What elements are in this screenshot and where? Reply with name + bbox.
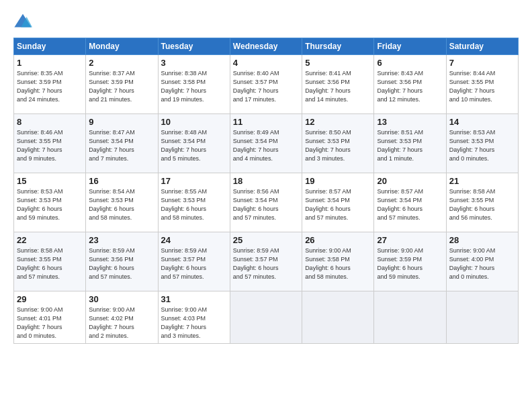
day-info: Sunrise: 8:58 AM Sunset: 3:55 PM Dayligh… — [17, 246, 83, 281]
day-info: Sunrise: 8:57 AM Sunset: 3:54 PM Dayligh… — [305, 187, 371, 222]
day-number: 25 — [233, 235, 299, 245]
day-number: 19 — [305, 176, 371, 186]
day-info: Sunrise: 8:40 AM Sunset: 3:57 PM Dayligh… — [233, 69, 299, 104]
day-number: 29 — [17, 294, 83, 304]
day-info: Sunrise: 8:53 AM Sunset: 3:53 PM Dayligh… — [449, 128, 515, 163]
calendar-cell: 15Sunrise: 8:53 AM Sunset: 3:53 PM Dayli… — [14, 173, 86, 232]
calendar-cell: 28Sunrise: 9:00 AM Sunset: 4:00 PM Dayli… — [446, 232, 518, 291]
day-info: Sunrise: 9:00 AM Sunset: 4:02 PM Dayligh… — [89, 306, 154, 340]
day-number: 15 — [17, 176, 83, 186]
logo — [13, 12, 35, 31]
calendar-cell: 6Sunrise: 8:43 AM Sunset: 3:56 PM Daylig… — [374, 55, 446, 114]
day-info: Sunrise: 8:56 AM Sunset: 3:54 PM Dayligh… — [233, 187, 299, 222]
day-info: Sunrise: 9:00 AM Sunset: 4:00 PM Dayligh… — [449, 246, 515, 281]
calendar-cell: 19Sunrise: 8:57 AM Sunset: 3:54 PM Dayli… — [302, 173, 374, 232]
calendar-day-header: Wednesday — [230, 38, 302, 55]
calendar-cell — [446, 291, 518, 344]
header — [13, 12, 519, 31]
day-number: 31 — [161, 294, 227, 304]
day-info: Sunrise: 8:59 AM Sunset: 3:57 PM Dayligh… — [161, 246, 227, 281]
calendar-cell: 8Sunrise: 8:46 AM Sunset: 3:55 PM Daylig… — [14, 114, 86, 173]
day-info: Sunrise: 8:57 AM Sunset: 3:54 PM Dayligh… — [377, 187, 443, 222]
day-info: Sunrise: 9:00 AM Sunset: 3:59 PM Dayligh… — [377, 246, 443, 281]
day-info: Sunrise: 9:00 AM Sunset: 3:58 PM Dayligh… — [305, 246, 371, 281]
calendar-cell: 2Sunrise: 8:37 AM Sunset: 3:59 PM Daylig… — [86, 55, 158, 114]
day-number: 27 — [377, 235, 443, 245]
day-number: 23 — [89, 235, 154, 245]
day-number: 11 — [233, 117, 299, 127]
day-info: Sunrise: 8:35 AM Sunset: 3:59 PM Dayligh… — [17, 69, 83, 104]
calendar-cell: 27Sunrise: 9:00 AM Sunset: 3:59 PM Dayli… — [374, 232, 446, 291]
page: SundayMondayTuesdayWednesdayThursdayFrid… — [0, 0, 532, 411]
day-number: 17 — [161, 176, 227, 186]
calendar-body: 1Sunrise: 8:35 AM Sunset: 3:59 PM Daylig… — [14, 55, 519, 344]
day-number: 18 — [233, 176, 299, 186]
calendar-cell: 30Sunrise: 9:00 AM Sunset: 4:02 PM Dayli… — [86, 291, 158, 344]
calendar-cell: 20Sunrise: 8:57 AM Sunset: 3:54 PM Dayli… — [374, 173, 446, 232]
day-info: Sunrise: 8:46 AM Sunset: 3:55 PM Dayligh… — [17, 128, 83, 163]
calendar-cell: 4Sunrise: 8:40 AM Sunset: 3:57 PM Daylig… — [230, 55, 302, 114]
day-info: Sunrise: 8:44 AM Sunset: 3:55 PM Dayligh… — [449, 69, 515, 104]
day-number: 21 — [449, 176, 515, 186]
day-number: 10 — [161, 117, 227, 127]
calendar-day-header: Monday — [86, 38, 158, 55]
day-info: Sunrise: 8:50 AM Sunset: 3:53 PM Dayligh… — [305, 128, 371, 163]
day-number: 12 — [305, 117, 371, 127]
day-number: 14 — [449, 117, 515, 127]
day-number: 22 — [17, 235, 83, 245]
day-number: 28 — [449, 235, 515, 245]
calendar-week-row: 22Sunrise: 8:58 AM Sunset: 3:55 PM Dayli… — [14, 232, 519, 291]
calendar-cell: 9Sunrise: 8:47 AM Sunset: 3:54 PM Daylig… — [86, 114, 158, 173]
calendar-cell: 12Sunrise: 8:50 AM Sunset: 3:53 PM Dayli… — [302, 114, 374, 173]
day-number: 2 — [89, 58, 154, 68]
calendar-week-row: 8Sunrise: 8:46 AM Sunset: 3:55 PM Daylig… — [14, 114, 519, 173]
calendar-cell: 16Sunrise: 8:54 AM Sunset: 3:53 PM Dayli… — [86, 173, 158, 232]
day-info: Sunrise: 8:37 AM Sunset: 3:59 PM Dayligh… — [89, 69, 154, 104]
calendar-cell: 11Sunrise: 8:49 AM Sunset: 3:54 PM Dayli… — [230, 114, 302, 173]
day-info: Sunrise: 8:51 AM Sunset: 3:53 PM Dayligh… — [377, 128, 443, 163]
calendar-cell: 24Sunrise: 8:59 AM Sunset: 3:57 PM Dayli… — [158, 232, 230, 291]
calendar-cell: 1Sunrise: 8:35 AM Sunset: 3:59 PM Daylig… — [14, 55, 86, 114]
calendar-week-row: 15Sunrise: 8:53 AM Sunset: 3:53 PM Dayli… — [14, 173, 519, 232]
calendar-week-row: 29Sunrise: 9:00 AM Sunset: 4:01 PM Dayli… — [14, 291, 519, 344]
day-number: 6 — [377, 58, 443, 68]
calendar-day-header: Sunday — [14, 38, 86, 55]
day-number: 30 — [89, 294, 154, 304]
day-number: 26 — [305, 235, 371, 245]
day-info: Sunrise: 8:47 AM Sunset: 3:54 PM Dayligh… — [89, 128, 154, 163]
day-info: Sunrise: 8:58 AM Sunset: 3:55 PM Dayligh… — [449, 187, 515, 222]
day-number: 24 — [161, 235, 227, 245]
calendar-cell — [302, 291, 374, 344]
day-number: 3 — [161, 58, 227, 68]
day-number: 4 — [233, 58, 299, 68]
calendar-cell: 22Sunrise: 8:58 AM Sunset: 3:55 PM Dayli… — [14, 232, 86, 291]
calendar-cell: 31Sunrise: 9:00 AM Sunset: 4:03 PM Dayli… — [158, 291, 230, 344]
calendar-cell: 10Sunrise: 8:48 AM Sunset: 3:54 PM Dayli… — [158, 114, 230, 173]
day-info: Sunrise: 8:49 AM Sunset: 3:54 PM Dayligh… — [233, 128, 299, 163]
calendar-day-header: Saturday — [446, 38, 518, 55]
calendar-cell: 25Sunrise: 8:59 AM Sunset: 3:57 PM Dayli… — [230, 232, 302, 291]
day-info: Sunrise: 8:53 AM Sunset: 3:53 PM Dayligh… — [17, 187, 83, 222]
day-info: Sunrise: 8:54 AM Sunset: 3:53 PM Dayligh… — [89, 187, 154, 222]
day-info: Sunrise: 9:00 AM Sunset: 4:03 PM Dayligh… — [161, 306, 227, 340]
calendar-cell: 18Sunrise: 8:56 AM Sunset: 3:54 PM Dayli… — [230, 173, 302, 232]
day-number: 9 — [89, 117, 154, 127]
calendar-week-row: 1Sunrise: 8:35 AM Sunset: 3:59 PM Daylig… — [14, 55, 519, 114]
calendar-cell: 13Sunrise: 8:51 AM Sunset: 3:53 PM Dayli… — [374, 114, 446, 173]
day-info: Sunrise: 8:59 AM Sunset: 3:57 PM Dayligh… — [233, 246, 299, 281]
day-info: Sunrise: 8:48 AM Sunset: 3:54 PM Dayligh… — [161, 128, 227, 163]
calendar-cell — [374, 291, 446, 344]
calendar-cell: 26Sunrise: 9:00 AM Sunset: 3:58 PM Dayli… — [302, 232, 374, 291]
day-info: Sunrise: 8:55 AM Sunset: 3:53 PM Dayligh… — [161, 187, 227, 222]
logo-icon — [13, 12, 32, 31]
day-number: 5 — [305, 58, 371, 68]
calendar-cell: 3Sunrise: 8:38 AM Sunset: 3:58 PM Daylig… — [158, 55, 230, 114]
calendar-day-header: Tuesday — [158, 38, 230, 55]
day-info: Sunrise: 9:00 AM Sunset: 4:01 PM Dayligh… — [17, 306, 83, 340]
calendar-cell: 29Sunrise: 9:00 AM Sunset: 4:01 PM Dayli… — [14, 291, 86, 344]
calendar-cell — [230, 291, 302, 344]
day-info: Sunrise: 8:38 AM Sunset: 3:58 PM Dayligh… — [161, 69, 227, 104]
calendar-cell: 21Sunrise: 8:58 AM Sunset: 3:55 PM Dayli… — [446, 173, 518, 232]
day-number: 8 — [17, 117, 83, 127]
calendar-cell: 7Sunrise: 8:44 AM Sunset: 3:55 PM Daylig… — [446, 55, 518, 114]
